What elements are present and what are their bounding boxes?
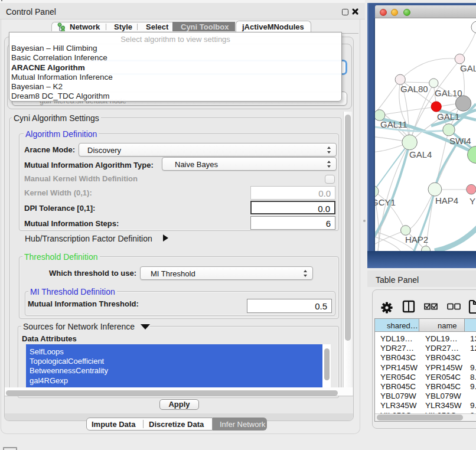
svg-text:GAL4: GAL4 <box>409 149 432 159</box>
svg-text:GAL: GAL <box>460 63 476 73</box>
svg-text:HAP4: HAP4 <box>435 195 458 206</box>
svg-text:SWI4: SWI4 <box>449 136 471 146</box>
svg-text:GCY1: GCY1 <box>375 197 396 207</box>
svg-text:GAL1: GAL1 <box>437 112 459 122</box>
svg-text:Y: Y <box>470 196 475 206</box>
svg-text:GAL80: GAL80 <box>400 84 428 94</box>
svg-text:GAL10: GAL10 <box>435 88 462 98</box>
svg-text:GAL11: GAL11 <box>380 119 407 129</box>
svg-text:HAP2: HAP2 <box>405 234 428 244</box>
